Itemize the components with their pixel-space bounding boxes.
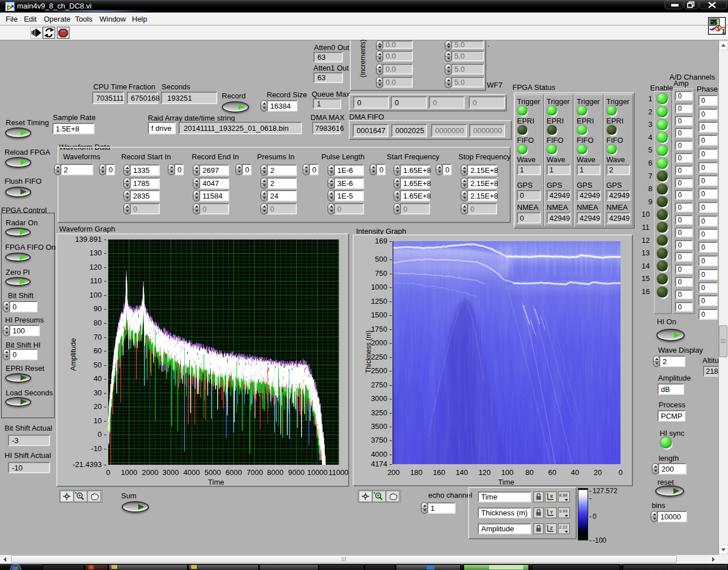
svg-text:X: X bbox=[550, 494, 553, 499]
svg-text:8.88: 8.88 bbox=[559, 493, 568, 498]
svg-text:2.22: 2.22 bbox=[559, 524, 568, 530]
svg-text:1: 1 bbox=[722, 28, 725, 35]
svg-text:Z: Z bbox=[550, 526, 553, 531]
svg-text:Y: Y bbox=[550, 510, 553, 515]
svg-text:9.99: 9.99 bbox=[559, 509, 568, 514]
